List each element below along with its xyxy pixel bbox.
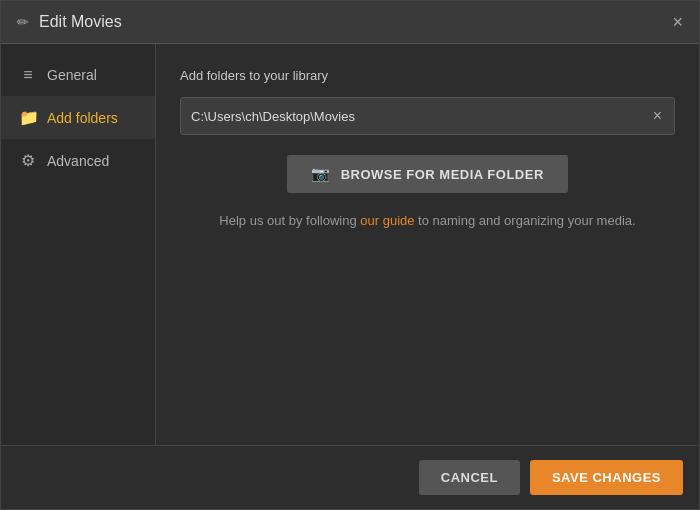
section-label: Add folders to your library <box>180 68 675 83</box>
our-guide-link[interactable]: our guide <box>360 213 414 228</box>
help-text: Help us out by following our guide to na… <box>180 211 675 231</box>
browse-button-label: BROWSE FOR MEDIA FOLDER <box>341 167 544 182</box>
browse-media-folder-button[interactable]: 📷 BROWSE FOR MEDIA FOLDER <box>287 155 568 193</box>
sidebar-item-general[interactable]: ≡ General <box>1 54 155 96</box>
sidebar-item-general-label: General <box>47 67 97 83</box>
sidebar-item-advanced-label: Advanced <box>47 153 109 169</box>
sidebar: ≡ General 📁 Add folders ⚙ Advanced <box>1 44 156 445</box>
gear-icon: ⚙ <box>19 151 37 170</box>
titlebar: ✏ Edit Movies × <box>1 1 699 44</box>
edit-icon: ✏ <box>17 14 29 30</box>
folder-row: × <box>180 97 675 135</box>
titlebar-left: ✏ Edit Movies <box>17 13 122 31</box>
sidebar-item-add-folders-label: Add folders <box>47 110 118 126</box>
help-text-after: to naming and organizing your media. <box>415 213 636 228</box>
footer: CANCEL SAVE CHANGES <box>1 445 699 509</box>
help-text-before: Help us out by following <box>219 213 360 228</box>
cancel-button[interactable]: CANCEL <box>419 460 520 495</box>
content-area: ≡ General 📁 Add folders ⚙ Advanced Add f… <box>1 44 699 445</box>
edit-movies-dialog: ✏ Edit Movies × ≡ General 📁 Add folders … <box>0 0 700 510</box>
sidebar-item-advanced[interactable]: ⚙ Advanced <box>1 139 155 182</box>
camera-icon: 📷 <box>311 165 331 183</box>
save-changes-button[interactable]: SAVE CHANGES <box>530 460 683 495</box>
sidebar-item-add-folders[interactable]: 📁 Add folders <box>1 96 155 139</box>
folder-path-input[interactable] <box>191 109 651 124</box>
dialog-title: Edit Movies <box>39 13 122 31</box>
close-button[interactable]: × <box>672 13 683 31</box>
folder-clear-button[interactable]: × <box>651 107 664 125</box>
folder-icon: 📁 <box>19 108 37 127</box>
main-panel: Add folders to your library × 📷 BROWSE F… <box>156 44 699 445</box>
general-icon: ≡ <box>19 66 37 84</box>
